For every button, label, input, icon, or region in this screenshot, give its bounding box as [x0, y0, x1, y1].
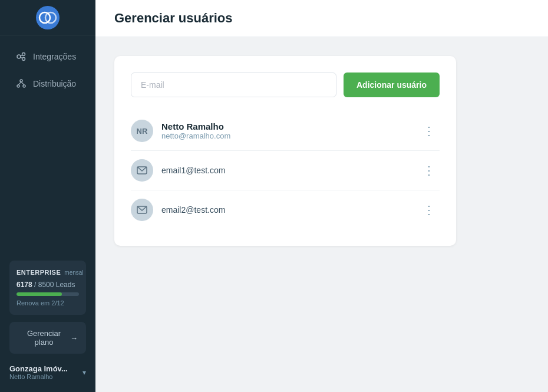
- add-user-label: Adicionar usuário: [356, 80, 427, 90]
- distribution-icon: [15, 78, 27, 90]
- plan-renew: Renova em 2/12: [16, 299, 79, 307]
- main-content-area: Gerenciar usuários Adicionar usuário NR …: [95, 0, 548, 392]
- sidebar: Integrações Distribuição ENTERPRISE mens…: [0, 0, 95, 392]
- svg-point-4: [22, 58, 25, 61]
- plan-usage: 6178 / 8500 Leads: [16, 281, 79, 289]
- user-email: netto@ramalho.com: [161, 131, 418, 140]
- user-menu-button[interactable]: ⋮: [418, 162, 440, 179]
- users-list: NR Netto Ramalho netto@ramalho.com ⋮: [131, 111, 440, 229]
- user-menu-button[interactable]: ⋮: [418, 123, 440, 139]
- table-row: email1@test.com ⋮: [131, 151, 440, 190]
- avatar: NR: [131, 120, 153, 142]
- plan-box: ENTERPRISE mensal 6178 / 8500 Leads Reno…: [9, 261, 86, 315]
- plan-badge: ENTERPRISE mensal: [16, 269, 79, 276]
- more-vert-icon: ⋮: [423, 203, 435, 216]
- sidebar-bottom: ENTERPRISE mensal 6178 / 8500 Leads Reno…: [0, 251, 95, 392]
- chevron-down-icon[interactable]: ▾: [82, 368, 86, 377]
- arrow-right-icon: →: [70, 334, 78, 342]
- mail-icon: [137, 166, 147, 174]
- mail-icon: [137, 206, 147, 214]
- page-title: Gerenciar usuários: [114, 11, 529, 26]
- users-card: Adicionar usuário NR Netto Ramalho netto…: [114, 56, 456, 246]
- plan-badge-label: ENTERPRISE: [16, 269, 61, 276]
- account-company: Gonzaga Imóv...: [9, 364, 79, 373]
- manage-plan-button[interactable]: Gerenciar plano →: [9, 322, 86, 354]
- user-name: Netto Ramalho: [161, 121, 418, 131]
- avatar: [131, 199, 153, 221]
- main-header: Gerenciar usuários: [95, 0, 548, 37]
- logo-icon: [36, 6, 60, 29]
- svg-point-7: [20, 80, 22, 82]
- add-user-button[interactable]: Adicionar usuário: [344, 73, 440, 97]
- progress-bar-fill: [16, 292, 62, 296]
- progress-bar-bg: [16, 292, 79, 296]
- plan-usage-current: 6178: [16, 281, 32, 289]
- manage-plan-label: Gerenciar plano: [18, 329, 70, 347]
- more-vert-icon: ⋮: [423, 124, 435, 137]
- account-info: Gonzaga Imóv... Netto Ramalho ▾: [9, 362, 86, 383]
- sidebar-item-distribution[interactable]: Distribuição: [5, 71, 91, 97]
- user-email: email2@test.com: [161, 205, 418, 215]
- svg-point-8: [17, 85, 19, 87]
- integrations-icon: [15, 51, 27, 62]
- svg-point-2: [17, 55, 21, 58]
- account-details: Gonzaga Imóv... Netto Ramalho: [9, 364, 79, 380]
- sidebar-item-distribution-label: Distribuição: [33, 79, 76, 88]
- add-user-row: Adicionar usuário: [131, 73, 440, 97]
- plan-usage-separator: /: [34, 281, 38, 289]
- svg-point-9: [23, 85, 25, 87]
- svg-point-3: [22, 53, 25, 56]
- svg-line-10: [18, 82, 21, 85]
- table-row: NR Netto Ramalho netto@ramalho.com ⋮: [131, 111, 440, 151]
- plan-usage-total: 8500: [38, 281, 54, 289]
- main-section: Adicionar usuário NR Netto Ramalho netto…: [95, 37, 548, 392]
- plan-usage-unit: Leads: [56, 281, 75, 289]
- table-row: email2@test.com ⋮: [131, 190, 440, 229]
- user-info: email1@test.com: [161, 166, 418, 175]
- svg-line-11: [21, 82, 24, 85]
- sidebar-nav: Integrações Distribuição: [0, 35, 95, 251]
- sidebar-item-integrations-label: Integrações: [33, 52, 76, 61]
- user-info: Netto Ramalho netto@ramalho.com: [161, 121, 418, 140]
- svg-line-5: [21, 55, 22, 56]
- account-user: Netto Ramalho: [9, 373, 79, 380]
- user-info: email2@test.com: [161, 205, 418, 215]
- user-menu-button[interactable]: ⋮: [418, 202, 440, 218]
- svg-line-6: [21, 57, 22, 58]
- avatar: [131, 159, 153, 182]
- more-vert-icon: ⋮: [423, 164, 435, 177]
- plan-badge-sub: mensal: [64, 269, 83, 276]
- sidebar-logo: [0, 0, 95, 35]
- user-email: email1@test.com: [161, 166, 418, 175]
- email-input[interactable]: [131, 73, 336, 97]
- sidebar-item-integrations[interactable]: Integrações: [5, 44, 91, 70]
